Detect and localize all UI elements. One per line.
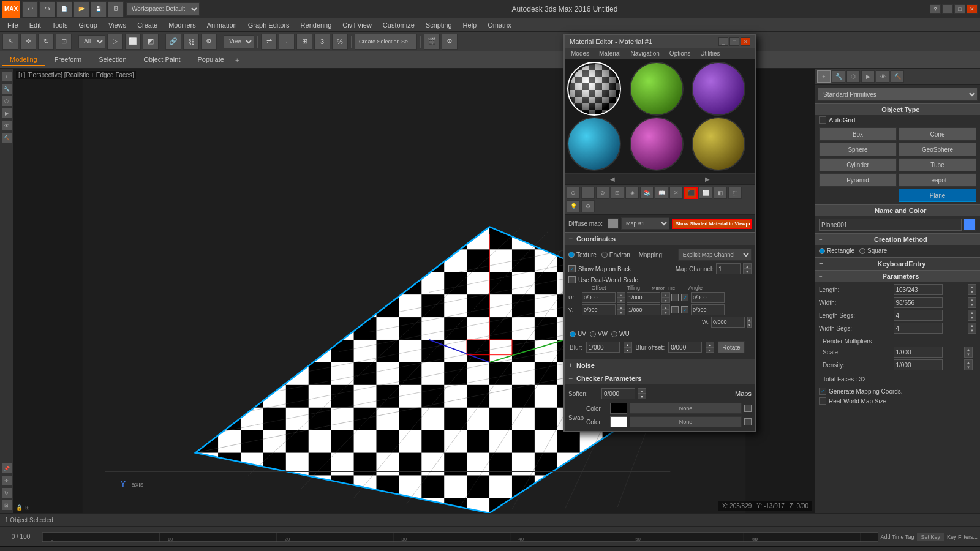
name-color-header[interactable]: − Name and Color [815,205,980,216]
use-real-world-cb[interactable] [568,276,576,283]
sidebar-motion[interactable]: ▶ [1,108,12,119]
mat-tool-reset[interactable]: ⊘ [596,187,609,199]
length-segs-spinner[interactable]: ▲▼ [968,310,976,321]
blur-down[interactable]: ▼ [624,347,632,353]
mat-tool-putlib[interactable]: 📚 [640,187,654,199]
show-shaded-material-btn[interactable]: Show Shaded Material in Viewport [672,219,752,229]
more-tabs-btn[interactable]: + [234,55,240,65]
minimize-btn[interactable]: _ [942,4,953,14]
save-btn[interactable]: 💾 [91,1,107,17]
v-tiling-input[interactable] [627,304,660,315]
tool-scale[interactable]: ⊡ [56,34,72,50]
wsegs-down[interactable]: ▼ [968,328,976,333]
unlink-tool[interactable]: ⛓ [183,34,199,50]
rp-icon-display[interactable]: 👁 [876,70,889,83]
mat-tool-options[interactable]: ⚙ [581,200,595,212]
mat-sample-3[interactable] [692,62,745,116]
soften-input[interactable] [601,388,635,399]
lsegs-down[interactable]: ▼ [968,315,976,320]
mat-tool-show-shaded[interactable]: ◧ [714,187,727,199]
obj-cylinder[interactable]: Cylinder [819,158,897,171]
undo-btn[interactable]: ↩ [22,1,38,17]
mat-sample-4[interactable] [567,117,621,171]
array-tool[interactable]: ⊞ [296,34,312,50]
window-cross[interactable]: ◩ [143,34,159,50]
autogrid-checkbox[interactable] [819,116,826,124]
menu-edit[interactable]: Edit [24,18,46,32]
align-tool[interactable]: ⫠ [279,34,295,50]
menu-graph-editors[interactable]: Graph Editors [243,18,295,32]
snap-percent[interactable]: % [332,34,348,50]
sidebar-hierarchy[interactable]: ⬡ [1,96,12,107]
w-up[interactable]: ▲ [747,317,752,322]
mat-scroll-left[interactable]: ◀ [565,174,660,184]
v-tiling-down[interactable]: ▼ [662,310,670,315]
menu-create[interactable]: Create [132,18,162,32]
none1-btn[interactable]: None [630,403,742,414]
coords-section-header[interactable]: − Coordinates [565,232,755,245]
tab-freeform[interactable]: Freeform [47,54,89,66]
tab-modeling[interactable]: Modeling [2,54,45,66]
render-setup[interactable]: ⚙ [442,34,458,50]
length-up[interactable]: ▲ [968,285,976,290]
sidebar-display[interactable]: 👁 [1,120,12,131]
tab-selection[interactable]: Selection [91,54,134,66]
primitives-dropdown[interactable]: Standard Primitives [818,88,978,101]
rp-icon-hierarchy[interactable]: ⬡ [846,70,860,83]
u-angle-input[interactable] [691,292,725,303]
menu-group[interactable]: Group [74,18,102,32]
menu-tools[interactable]: Tools [47,18,73,32]
vw-radio-btn[interactable]: VW [590,331,608,337]
mat-maximize[interactable]: □ [729,37,739,46]
wsegs-up[interactable]: ▲ [968,323,976,328]
rp-icon-create[interactable]: + [817,70,831,83]
timeline-track[interactable]: 0 10 20 30 40 50 60 70 [42,532,878,542]
link-tool[interactable]: 🔗 [165,34,181,50]
density-up[interactable]: ▲ [965,360,972,365]
mirror-tool[interactable]: ⇌ [261,34,277,50]
v-offset-input[interactable] [582,304,616,315]
sidebar-create[interactable]: + [1,71,12,82]
wu-radio-btn[interactable]: WU [611,331,630,337]
name-input[interactable] [819,219,962,231]
color-swatch[interactable] [963,219,976,231]
view-dropdown[interactable]: View [224,35,254,48]
mat-tool-delete[interactable]: ✕ [669,187,683,199]
bind-tool[interactable]: ⚙ [201,34,217,50]
tool-move[interactable]: ✛ [20,34,36,50]
show-map-back-checkbox[interactable] [568,265,576,272]
mat-tool-unique[interactable]: ◈ [625,187,639,199]
v-tile-cb[interactable]: ✓ [681,306,688,313]
tab-object-paint[interactable]: Object Paint [137,54,188,66]
workspace-dropdown[interactable]: Workspace: Default [126,2,200,16]
mat-sample-6[interactable] [692,117,745,171]
menu-modifiers[interactable]: Modifiers [164,18,201,32]
menu-scripting[interactable]: Scripting [421,18,457,32]
width-segs-input[interactable] [894,323,943,334]
rotate-btn[interactable]: Rotate [718,341,744,353]
square-radio-label[interactable]: Square [859,247,887,254]
close-btn[interactable]: ✕ [967,4,978,14]
u-mirror-cb[interactable] [671,294,679,301]
width-segs-spinner[interactable]: ▲▼ [968,323,976,334]
snap-toggle[interactable]: 3 [314,34,330,50]
keyboard-entry-header[interactable]: + KeyboardEntry [815,257,980,270]
menu-views[interactable]: Views [104,18,131,32]
mat-tool-backlight[interactable]: 💡 [567,200,580,212]
blur-input[interactable] [586,342,620,353]
width-up[interactable]: ▲ [968,298,976,302]
mat-tool-pick[interactable]: ⊙ [567,187,580,199]
length-input[interactable] [894,284,943,295]
menu-help[interactable]: Help [458,18,482,32]
width-input[interactable] [894,297,943,308]
mat-sample-5[interactable] [630,117,684,171]
obj-plane[interactable]: Plane [899,189,976,202]
scale-down[interactable]: ▼ [965,352,972,357]
mapping-dropdown[interactable]: Explicit Map Channel [678,249,752,261]
square-radio[interactable] [859,248,865,254]
diffuse-map-dropdown[interactable]: Map #1 [621,217,669,230]
color1-enable-cb[interactable] [744,405,752,412]
rp-icon-utilities[interactable]: 🔨 [891,70,904,83]
checker-header[interactable]: − Checker Parameters [565,372,755,384]
noise-header[interactable]: + Noise [565,359,755,372]
